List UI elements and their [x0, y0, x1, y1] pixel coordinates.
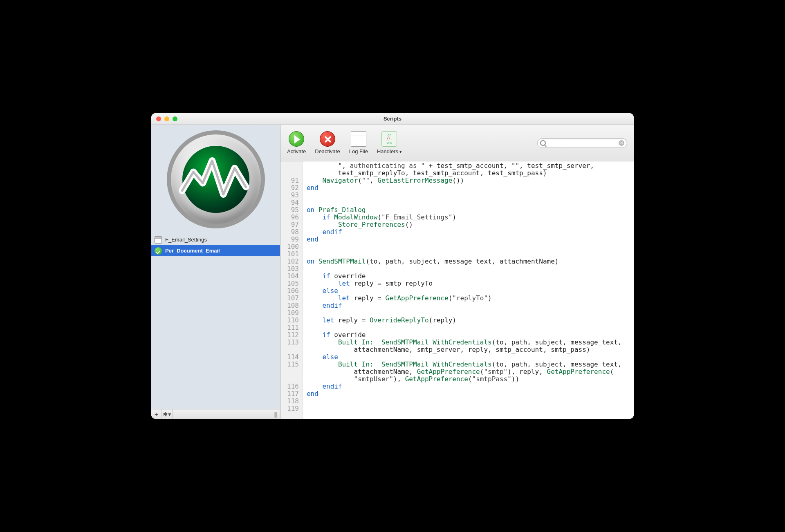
search-input[interactable] — [547, 140, 619, 146]
close-icon[interactable] — [156, 116, 161, 121]
stop-icon — [320, 131, 335, 147]
code-area[interactable]: ", authenticating as " + test_smtp_accou… — [303, 161, 634, 419]
sidebar: F_Email_SettingsPer_Document_Email + ✱▾ … — [151, 125, 280, 419]
clear-search-icon[interactable]: ✕ — [619, 140, 624, 146]
code-editor[interactable]: 91 92 93 94 95 96 97 98 99 100 101 102 1… — [280, 161, 634, 419]
resize-grip-icon[interactable]: ||| — [270, 411, 280, 418]
traffic-lights — [151, 116, 177, 121]
titlebar[interactable]: Scripts — [151, 113, 634, 125]
scripts-list[interactable]: F_Email_SettingsPer_Document_Email — [151, 234, 280, 409]
list-item[interactable]: Per_Document_Email — [151, 245, 280, 256]
check-icon — [155, 247, 162, 255]
deactivate-label: Deactivate — [315, 148, 340, 154]
window-title: Scripts — [151, 116, 634, 122]
app-logo-icon — [167, 130, 265, 228]
list-item-label: F_Email_Settings — [165, 237, 207, 243]
search-field[interactable]: ✕ — [537, 138, 627, 148]
play-icon — [289, 131, 304, 147]
logfile-label: Log File — [349, 148, 368, 154]
line-gutter: 91 92 93 94 95 96 97 98 99 100 101 102 1… — [280, 161, 303, 419]
activate-button[interactable]: Activate — [287, 131, 306, 154]
logfile-button[interactable]: Log File — [349, 131, 368, 154]
search-icon — [540, 140, 546, 146]
main-panel: Activate Deactivate Log File on//-end Ha… — [280, 125, 634, 419]
gear-button[interactable]: ✱▾ — [162, 409, 173, 419]
app-logo — [151, 125, 280, 232]
scripts-window: Scripts F_Email_SettingsPer_Document_Ema… — [151, 113, 634, 419]
window-icon — [155, 236, 162, 244]
window-body: F_Email_SettingsPer_Document_Email + ✱▾ … — [151, 125, 634, 419]
minimize-icon[interactable] — [164, 116, 169, 121]
add-button[interactable]: + — [151, 409, 162, 419]
activate-label: Activate — [287, 148, 306, 154]
zoom-icon[interactable] — [173, 116, 177, 121]
handlers-button[interactable]: on//-end Handlers — [377, 131, 402, 154]
handlers-label: Handlers — [377, 148, 402, 154]
list-item[interactable]: F_Email_Settings — [151, 234, 280, 245]
logfile-icon — [351, 131, 366, 147]
handlers-icon: on//-end — [381, 131, 397, 147]
list-item-label: Per_Document_Email — [165, 248, 220, 254]
deactivate-button[interactable]: Deactivate — [315, 131, 340, 154]
toolbar: Activate Deactivate Log File on//-end Ha… — [280, 125, 634, 161]
sidebar-footer: + ✱▾ ||| — [151, 409, 280, 419]
